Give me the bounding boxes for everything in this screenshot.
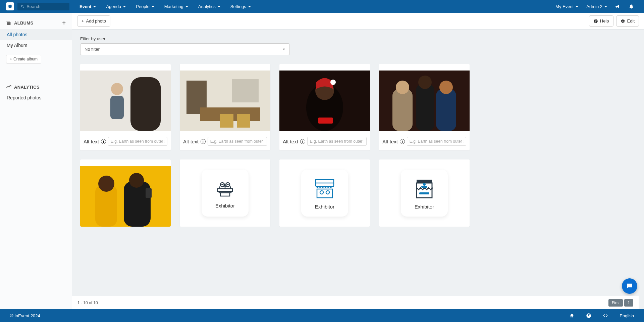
photo-thumbnail[interactable]: Exhibitor — [279, 159, 370, 227]
svg-rect-8 — [220, 114, 233, 128]
nav-settings[interactable]: Settings — [230, 4, 251, 9]
photo-thumbnail[interactable] — [80, 71, 171, 131]
svg-rect-34 — [317, 189, 332, 198]
photo-card: Alt text i — [279, 64, 370, 150]
help-icon — [593, 19, 598, 24]
svg-point-39 — [423, 183, 426, 186]
chevron-down-icon — [185, 4, 188, 9]
sidebar-analytics-title: ANALYTICS — [14, 85, 40, 90]
filter-by-user-select[interactable]: No filter▼ — [80, 43, 290, 55]
search-input[interactable] — [26, 4, 66, 9]
chevron-down-icon — [218, 4, 220, 9]
footer: ® InEvent 2024 English — [0, 309, 644, 322]
language-switcher[interactable]: English — [620, 313, 634, 318]
announcement-icon[interactable] — [615, 4, 621, 9]
alt-text-input[interactable] — [407, 137, 466, 146]
pager-page-1[interactable]: 1 — [624, 299, 633, 307]
photo-card: Exhibitor — [279, 159, 370, 227]
photo-thumbnail[interactable] — [379, 71, 470, 131]
photo-thumbnail[interactable]: Exhibitor — [379, 159, 470, 227]
main-menu: Event Agenda People Marketing Analytics … — [79, 4, 251, 9]
svg-rect-20 — [436, 89, 456, 131]
nav-agenda[interactable]: Agenda — [106, 4, 126, 9]
svg-point-36 — [326, 191, 329, 194]
alt-text-input[interactable] — [307, 137, 367, 146]
filter-label: Filter by user — [80, 36, 636, 41]
notification-icon[interactable] — [629, 4, 634, 9]
chevron-down-icon — [576, 4, 578, 9]
sidebar-item-all-photos[interactable]: All photos — [0, 29, 72, 40]
add-album-icon[interactable] — [62, 19, 66, 27]
svg-rect-16 — [392, 89, 413, 131]
copyright: ® InEvent 2024 — [10, 313, 40, 318]
status-bar: 1 - 10 of 10 First 1 — [72, 296, 639, 309]
svg-point-13 — [330, 80, 336, 85]
user-menu[interactable]: Admin 2 — [586, 4, 607, 9]
plus-icon — [10, 57, 12, 61]
photo-card: Alt text i — [80, 64, 171, 150]
photo-thumbnail[interactable] — [180, 71, 270, 131]
sidebar-item-my-album[interactable]: My Album — [0, 40, 72, 51]
svg-point-17 — [396, 81, 409, 94]
help-button[interactable]: Help — [589, 15, 613, 27]
photo-card: Alt text i — [379, 64, 470, 150]
photo-thumbnail[interactable] — [279, 71, 370, 131]
add-photo-button[interactable]: Add photo — [77, 15, 110, 27]
photo-card: Alt text i — [180, 64, 270, 150]
brand-logo[interactable] — [6, 2, 14, 10]
photo-thumbnail[interactable] — [80, 166, 171, 227]
chevron-down-icon — [152, 4, 154, 9]
pager-first[interactable]: First — [608, 299, 623, 307]
exhibitor-label: Exhibitor — [215, 203, 235, 209]
exhibitor-label: Exhibitor — [315, 204, 334, 210]
event-switcher[interactable]: My Event — [555, 4, 578, 9]
exhibitor-label: Exhibitor — [415, 204, 434, 210]
albums-icon — [6, 20, 11, 26]
photo-thumbnail[interactable]: Exhibitor — [180, 159, 270, 227]
info-icon[interactable]: i — [201, 139, 206, 144]
alt-text-input[interactable] — [208, 137, 267, 146]
chevron-down-icon — [123, 4, 126, 9]
chat-fab[interactable] — [622, 278, 637, 294]
code-icon[interactable] — [603, 313, 608, 318]
svg-point-26 — [129, 173, 144, 188]
photo-grid: Alt text i Alt text i — [80, 64, 636, 227]
alt-text-label: Alt text — [283, 139, 298, 144]
sidebar-item-reported-photos[interactable]: Reported photos — [0, 92, 72, 103]
nav-analytics[interactable]: Analytics — [198, 4, 220, 9]
photo-card: Exhibitor — [379, 159, 470, 227]
info-icon[interactable]: i — [300, 139, 305, 144]
sidebar: ALBUMS All photos My Album Create album … — [0, 13, 72, 309]
svg-rect-27 — [146, 188, 152, 198]
info-icon[interactable]: i — [400, 139, 405, 144]
alt-text-label: Alt text — [382, 139, 398, 144]
exhibitor-kiosk-icon — [413, 177, 436, 200]
svg-point-35 — [320, 191, 323, 194]
nav-marketing[interactable]: Marketing — [164, 4, 188, 9]
svg-rect-41 — [419, 192, 429, 194]
exhibitor-storefront-icon — [313, 177, 336, 200]
home-icon[interactable] — [569, 313, 575, 318]
pagination-range: 1 - 10 of 10 — [77, 301, 98, 305]
exhibitor-booth-icon — [214, 178, 236, 199]
create-album-button[interactable]: Create album — [6, 55, 41, 63]
search-box[interactable] — [17, 3, 69, 10]
svg-rect-40 — [421, 186, 427, 188]
svg-rect-18 — [416, 84, 434, 131]
svg-point-19 — [418, 76, 432, 89]
help-icon[interactable] — [586, 313, 591, 318]
alt-text-label: Alt text — [183, 139, 199, 144]
svg-point-21 — [439, 81, 453, 94]
edit-button[interactable]: Edit — [616, 15, 639, 27]
alt-text-input[interactable] — [108, 137, 167, 146]
nav-people[interactable]: People — [136, 4, 154, 9]
plus-icon — [82, 18, 84, 24]
top-navbar: Event Agenda People Marketing Analytics … — [0, 0, 644, 13]
photo-card — [80, 159, 171, 227]
photo-card: Exhibitor — [180, 159, 270, 227]
svg-rect-3 — [110, 96, 124, 119]
svg-rect-5 — [232, 79, 259, 102]
svg-rect-9 — [237, 114, 250, 128]
nav-event[interactable]: Event — [79, 4, 96, 9]
info-icon[interactable]: i — [101, 139, 106, 144]
